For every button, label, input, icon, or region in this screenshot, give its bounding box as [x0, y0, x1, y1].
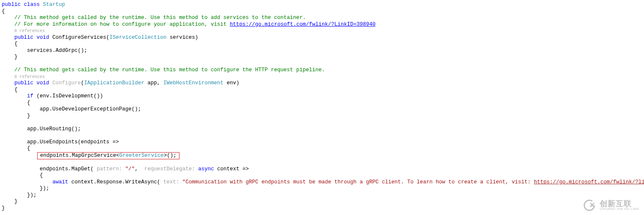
keyword-void: void — [37, 80, 49, 86]
comment-line-1: // This method gets called by the runtim… — [14, 15, 306, 21]
keyword-public: public — [2, 2, 21, 8]
method-ConfigureServices: ConfigureServices — [52, 35, 106, 40]
param-env: env — [227, 80, 236, 86]
call-UseDeveloperExceptionPage: UseDeveloperExceptionPage — [52, 106, 132, 112]
param-services: services — [170, 35, 195, 40]
call-UseRouting: UseRouting — [40, 126, 71, 132]
param-services: services — [27, 48, 52, 54]
keyword-class: class — [24, 2, 40, 8]
lambda-endpoints: endpoints — [40, 166, 68, 172]
codelens-references[interactable]: 0 references — [14, 75, 45, 79]
comment-url-1[interactable]: https://go.microsoft.com/fwlink/?LinkID=… — [230, 22, 375, 27]
keyword-await: await — [52, 179, 68, 185]
inline-hint-pattern: pattern: — [97, 166, 122, 172]
string-msg-url[interactable]: https://go.microsoft.com/fwlink/?linkid=… — [534, 179, 644, 185]
param-app: app — [27, 126, 37, 132]
keyword-public: public — [14, 80, 33, 86]
interface-IApplicationBuilder: IApplicationBuilder — [84, 80, 144, 86]
string-msg-pre: "Communication with gRPC endpoints must … — [182, 179, 534, 185]
prop-Response: Response — [97, 179, 122, 185]
call-MapGrpcService: MapGrpcService — [72, 153, 116, 159]
param-app: app — [40, 106, 49, 112]
inline-hint-text: text: — [163, 179, 179, 185]
param-app: app — [147, 80, 157, 86]
call-UseEndpoints: UseEndpoints — [40, 139, 78, 145]
lambda-endpoints: endpoints — [81, 139, 110, 145]
highlight-box: endpoints.MapGrpcService<GreeterService>… — [37, 152, 179, 160]
comment-line-3: // This method gets called by the runtim… — [14, 67, 325, 73]
inline-hint-requestDelegate: requestDelegate: — [144, 166, 195, 172]
comment-line-2-pre: // For more information on how to config… — [14, 22, 230, 27]
call-AddGrpc: AddGrpc — [56, 48, 78, 54]
keyword-async: async — [198, 166, 214, 172]
method-Configure: Configure — [52, 80, 81, 86]
call-MapGet: MapGet — [71, 166, 90, 172]
param-app: app — [27, 139, 37, 145]
keyword-public: public — [14, 35, 33, 40]
call-WriteAsync: WriteAsync — [125, 179, 157, 185]
call-IsDevelopment: IsDevelopment — [52, 93, 94, 99]
string-slash: "/" — [125, 166, 135, 172]
lambda-endpoints: endpoints — [40, 153, 69, 159]
codelens-references[interactable]: 0 references — [14, 29, 45, 33]
keyword-if: if — [27, 93, 33, 99]
keyword-void: void — [37, 35, 49, 40]
type-GreeterService: GreeterService — [120, 153, 164, 159]
param-env: env — [40, 93, 49, 99]
interface-IWebHostEnvironment: IWebHostEnvironment — [163, 80, 224, 86]
code-editor[interactable]: public class Startup { // This method ge… — [0, 0, 644, 213]
lambda-context: context — [71, 179, 94, 185]
interface-IServiceCollection: IServiceCollection — [109, 35, 166, 40]
lambda-context: context — [217, 166, 239, 172]
class-Startup: Startup — [43, 2, 65, 8]
